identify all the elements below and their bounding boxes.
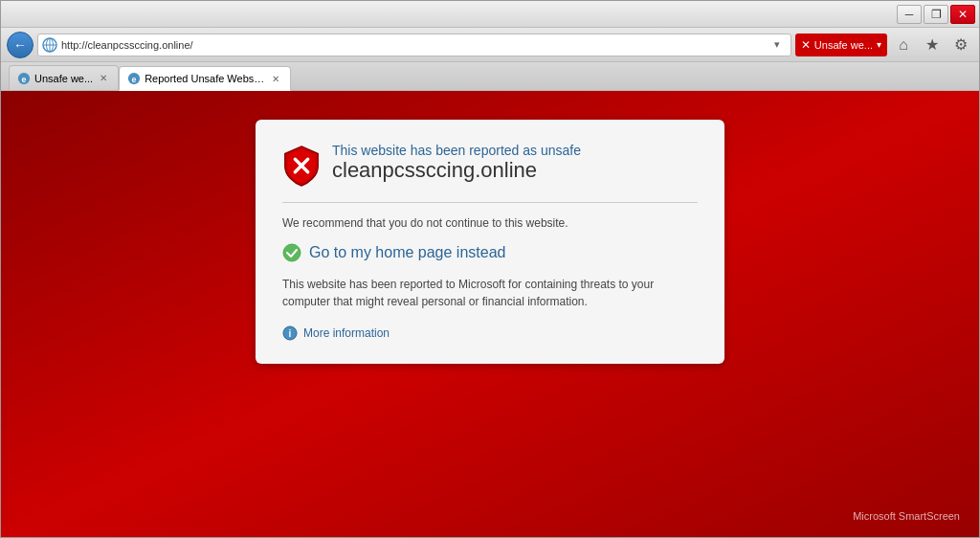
settings-button[interactable]: ⚙ <box>948 33 973 57</box>
warning-title-text: This website has been reported as unsafe <box>332 143 581 158</box>
back-icon: ← <box>13 37 27 53</box>
close-button[interactable]: ✕ <box>950 5 975 24</box>
warning-description-text: This website has been reported to Micros… <box>282 276 698 310</box>
green-check-icon <box>282 243 301 262</box>
warning-card: This website has been reported as unsafe… <box>256 120 724 364</box>
tab2-close-button[interactable]: ✕ <box>269 72 282 85</box>
page-content: This website has been reported as unsafe… <box>1 91 979 537</box>
home-page-link[interactable]: Go to my home page instead <box>282 243 698 262</box>
unsafe-x-icon: ✕ <box>801 38 811 52</box>
svg-text:e: e <box>132 75 137 84</box>
tab-reported-unsafe[interactable]: e Reported Unsafe Website: ... ✕ <box>119 66 291 91</box>
warning-title-group: This website has been reported as unsafe… <box>332 143 581 183</box>
minimize-button[interactable]: ─ <box>897 5 922 24</box>
unsafe-badge[interactable]: ✕ Unsafe we... ▾ <box>795 34 887 56</box>
home-page-link-text: Go to my home page instead <box>309 244 505 261</box>
tab-unsafe[interactable]: e Unsafe we... ✕ <box>9 65 119 90</box>
nav-bar: ← http://cleanpcssccing.online/ ▾ ✕ Unsa… <box>1 28 979 62</box>
tab1-close-button[interactable]: ✕ <box>97 72 110 85</box>
address-url-text: http://cleanpcssccing.online/ <box>61 39 764 51</box>
smartscreen-label: Microsoft SmartScreen <box>853 510 960 522</box>
warning-header: This website has been reported as unsafe… <box>282 143 698 187</box>
restore-button[interactable]: ❐ <box>924 5 948 24</box>
tab2-favicon-icon: e <box>127 72 141 85</box>
more-info-link-text: More information <box>303 326 390 340</box>
section-divider <box>282 202 698 203</box>
svg-point-10 <box>283 244 301 261</box>
shield-icon <box>282 145 321 187</box>
title-bar-buttons: ─ ❐ ✕ <box>897 5 975 24</box>
warning-domain-text: cleanpcssccing.online <box>332 158 581 183</box>
more-info-link[interactable]: i More information <box>282 325 698 341</box>
address-search-button[interactable]: ▾ <box>768 35 787 55</box>
home-button[interactable]: ⌂ <box>891 33 916 57</box>
favorites-button[interactable]: ★ <box>920 33 945 57</box>
info-circle-icon: i <box>282 325 298 341</box>
tab1-favicon-icon: e <box>17 72 31 85</box>
svg-text:i: i <box>289 328 292 339</box>
back-button[interactable]: ← <box>7 32 33 58</box>
unsafe-badge-label: Unsafe we... <box>814 39 873 51</box>
tab-bar: e Unsafe we... ✕ e Reported Unsafe Websi… <box>1 62 979 91</box>
nav-right-icons: ⌂ ★ ⚙ <box>891 33 973 57</box>
address-globe-icon <box>42 37 57 53</box>
warning-recommendation-text: We recommend that you do not continue to… <box>282 216 698 230</box>
title-bar: ─ ❐ ✕ <box>1 1 979 28</box>
browser-window: ─ ❐ ✕ ← http://cleanpcssccing.online/ ▾ … <box>0 0 980 538</box>
tab1-label: Unsafe we... <box>34 73 93 84</box>
tab2-label: Reported Unsafe Website: ... <box>145 73 265 84</box>
unsafe-dropdown-icon: ▾ <box>877 39 881 50</box>
address-bar[interactable]: http://cleanpcssccing.online/ ▾ <box>37 34 791 56</box>
svg-text:e: e <box>22 74 27 83</box>
